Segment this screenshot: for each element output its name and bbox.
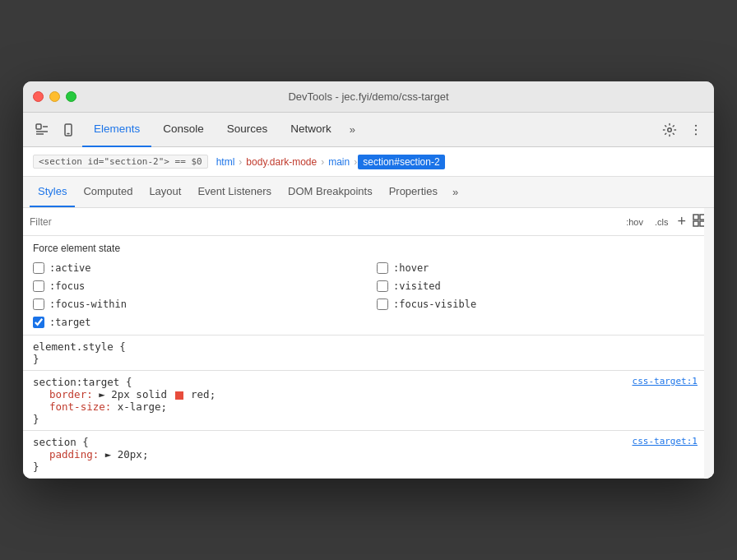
checkbox-visited[interactable]: :visited xyxy=(377,280,704,292)
checkbox-active-input[interactable] xyxy=(33,262,44,274)
close-button[interactable] xyxy=(33,91,44,102)
minimize-button[interactable] xyxy=(49,91,60,102)
breadcrumb-section[interactable]: section#section-2 xyxy=(358,155,444,169)
css-rule-selector-2: section:target { xyxy=(33,376,704,388)
inspector-tab-bar: Styles Computed Layout Event Listeners D… xyxy=(23,177,714,208)
css-prop-border: border: ► 2px solid red; xyxy=(33,388,704,400)
css-prop-padding: padding: ► 20px; xyxy=(33,448,704,460)
css-rule-closing-3: } xyxy=(33,460,704,473)
css-prop-font-size: font-size: x-large; xyxy=(33,400,704,413)
tab-styles[interactable]: Styles xyxy=(30,176,75,207)
svg-rect-12 xyxy=(693,221,698,226)
svg-point-6 xyxy=(668,127,672,132)
checkbox-target[interactable]: :target xyxy=(33,317,360,328)
tabs-more-button[interactable]: » xyxy=(343,113,362,147)
checkbox-visited-input[interactable] xyxy=(377,280,388,292)
css-source-link-1[interactable]: css-target:1 xyxy=(633,376,698,386)
breadcrumb-body[interactable]: body.dark-mode xyxy=(243,155,320,169)
checkbox-hover-input[interactable] xyxy=(377,262,388,274)
inspector-tabs-more[interactable]: » xyxy=(446,176,465,207)
more-options-icon[interactable] xyxy=(684,118,707,141)
window-title: DevTools - jec.fyi/demo/css-target xyxy=(288,90,448,103)
checkbox-focus-within-input[interactable] xyxy=(33,299,44,310)
checkbox-focus-visible-input[interactable] xyxy=(377,299,388,310)
checkbox-hover[interactable]: :hover xyxy=(377,262,704,274)
cls-button[interactable]: .cls xyxy=(651,215,673,229)
filter-input[interactable] xyxy=(30,216,619,228)
checkbox-target-input[interactable] xyxy=(33,317,44,328)
tab-properties[interactable]: Properties xyxy=(381,176,446,207)
maximize-button[interactable] xyxy=(66,91,76,102)
checkbox-focus[interactable]: :focus xyxy=(33,280,360,292)
scrollbar-track[interactable] xyxy=(704,208,714,479)
inspector-icon[interactable] xyxy=(30,118,54,142)
tab-console[interactable]: Console xyxy=(151,113,216,147)
force-element-state: Force element state :active :hover :focu… xyxy=(23,236,714,336)
mobile-icon[interactable] xyxy=(56,118,81,142)
checkbox-focus-input[interactable] xyxy=(33,280,44,292)
css-rule-closing-2: } xyxy=(33,413,704,425)
checkbox-grid: :active :hover :focus :visited :focus-wi… xyxy=(33,262,704,328)
add-style-icon[interactable]: + xyxy=(675,211,688,232)
svg-point-9 xyxy=(695,133,697,135)
css-rule-element-style: element.style { } xyxy=(23,336,714,371)
devtools-right-icons xyxy=(658,118,707,141)
tab-dom-breakpoints[interactable]: DOM Breakpoints xyxy=(280,176,381,207)
tab-network[interactable]: Network xyxy=(279,113,343,147)
title-bar: DevTools - jec.fyi/demo/css-target xyxy=(23,81,714,113)
settings-icon[interactable] xyxy=(658,118,681,141)
color-swatch[interactable] xyxy=(175,391,183,400)
breadcrumb-bar: <section id="section-2"> == $0 html › bo… xyxy=(23,147,714,177)
force-state-title: Force element state xyxy=(33,243,704,254)
tab-sources[interactable]: Sources xyxy=(216,113,280,147)
hov-button[interactable]: :hov xyxy=(622,215,647,229)
svg-rect-0 xyxy=(36,124,41,129)
breadcrumb-code-preview: <section id="section-2"> == $0 xyxy=(33,155,208,169)
css-rule-section: css-target:1 section { padding: ► 20px; … xyxy=(23,431,714,479)
filter-bar: :hov .cls + xyxy=(23,208,714,236)
checkbox-active[interactable]: :active xyxy=(33,262,360,274)
devtools-window: DevTools - jec.fyi/demo/css-target Eleme… xyxy=(23,81,714,479)
tab-computed[interactable]: Computed xyxy=(75,176,141,207)
css-rule-selector-3: section { xyxy=(33,436,704,448)
styles-panel: :hov .cls + Force element state :active xyxy=(23,208,714,479)
breadcrumb-html[interactable]: html xyxy=(213,155,239,169)
checkbox-focus-within[interactable]: :focus-within xyxy=(33,299,360,310)
svg-rect-10 xyxy=(693,215,698,220)
tab-layout[interactable]: Layout xyxy=(141,176,189,207)
css-rule-closing: } xyxy=(33,353,704,365)
tab-elements[interactable]: Elements xyxy=(82,113,151,147)
breadcrumb-main[interactable]: main xyxy=(325,155,353,169)
svg-point-8 xyxy=(695,128,697,130)
traffic-lights xyxy=(33,91,76,102)
svg-point-7 xyxy=(695,124,697,126)
css-rule-selector: element.style { xyxy=(33,340,704,353)
devtools-tab-bar: Elements Console Sources Network » xyxy=(23,113,714,147)
css-source-link-2[interactable]: css-target:1 xyxy=(633,436,698,447)
tab-event-listeners[interactable]: Event Listeners xyxy=(189,176,280,207)
checkbox-focus-visible[interactable]: :focus-visible xyxy=(377,299,704,310)
css-rule-section-target: css-target:1 section:target { border: ► … xyxy=(23,371,714,431)
